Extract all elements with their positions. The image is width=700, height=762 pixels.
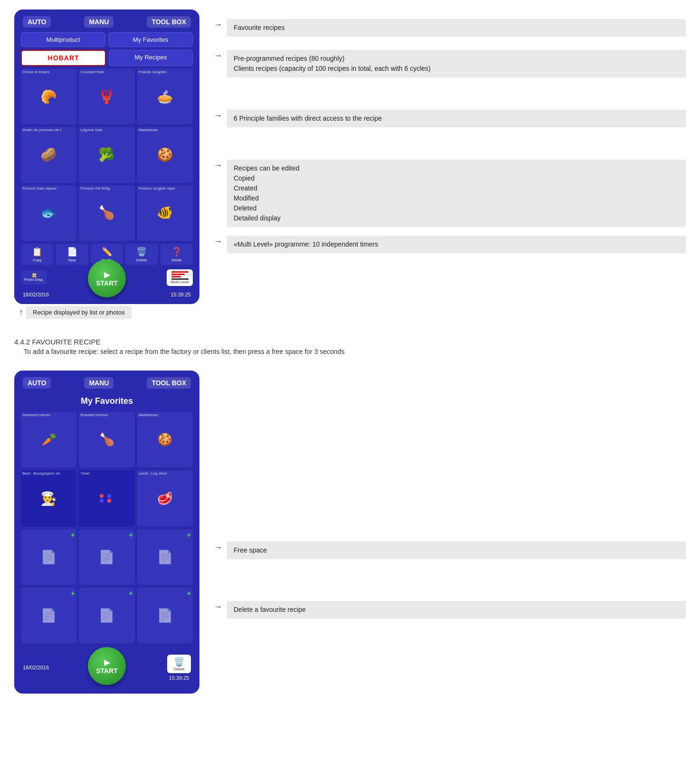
start-label-2: START — [96, 667, 118, 675]
annotation-row-3: → Recipes can be edited Copied Created M… — [214, 160, 686, 227]
arrow-icon-2: → — [214, 111, 222, 121]
header-auto-2[interactable]: AUTO — [23, 377, 51, 389]
recipe-cell-2[interactable]: Friands surgelés 🥧 — [137, 69, 193, 124]
header-auto[interactable]: AUTO — [23, 16, 51, 28]
annotation-row-0: → Favourite recipes — [214, 19, 686, 37]
recipe-grid-1: Choux et éclairs 🥐 Crustacé frais 🦞 Fria… — [19, 69, 195, 241]
fav-grid-row2: Beef : Bourguignon sh. 👨‍🍳 Timer Lamb : … — [19, 470, 195, 526]
delete-fav-label: Delete — [173, 667, 184, 671]
fav-cell-4[interactable]: Timer — [79, 470, 134, 526]
bottom-annotation-box-1: Delete a favourite recipe — [227, 601, 686, 619]
my-favorites-btn[interactable]: My Favorites — [108, 32, 193, 47]
recipe-cell-5[interactable]: Madeleines 🍪 — [137, 127, 193, 182]
recipe-label-6: Poisson frais vapeur — [22, 186, 57, 190]
free-space-0[interactable]: + 📄 — [21, 529, 76, 585]
annotation-box-0: Favourite recipes — [227, 19, 686, 37]
recipe-cell-7[interactable]: Poisson rôti 500g 🍗 — [79, 185, 134, 241]
multiproduct-btn[interactable]: Multiproduct — [21, 32, 105, 47]
copy-label: Copy — [33, 258, 42, 262]
free-space-5[interactable]: + 📄 — [137, 588, 193, 643]
header-toolbox-2[interactable]: TOOL BOX — [147, 377, 191, 389]
recipe-label-7: Poisson rôti 500g — [80, 186, 110, 190]
annotation-row-2: → 6 Principle families with direct acces… — [214, 110, 686, 127]
multilevel-label: Multi-Level — [170, 280, 189, 284]
annotation-box-1: Pre-programmed recipes (80 roughly) Clie… — [227, 50, 686, 77]
arrow-icon-3: → — [214, 161, 222, 171]
new-label: New — [68, 258, 76, 262]
arrow-icon-4: → — [214, 237, 222, 247]
bottom-annotation-row-0: → Free space — [214, 542, 686, 559]
phone-caption-area: ↑ Recipe displayed by list or photos — [14, 306, 132, 319]
free-space-row2: + 📄 + 📄 + 📄 — [19, 588, 195, 643]
btn-row-2: HOBART My Recipes — [19, 50, 195, 66]
detail-btn[interactable]: ❓ Detail — [161, 244, 193, 265]
phone-header-1: AUTO MANU TOOL BOX — [19, 14, 195, 29]
my-recipes-btn[interactable]: My Recipes — [109, 50, 193, 66]
recipe-cell-3[interactable]: Gratin de pommes de t. 🥔 — [21, 127, 76, 182]
free-space-4[interactable]: + 📄 — [79, 588, 134, 643]
fav-grid-row1: Steamed carrots 🥕 Roasted chicken 🍗 Made… — [19, 412, 195, 467]
plus-icon-1: + — [129, 531, 132, 539]
fav-cell-0[interactable]: Steamed carrots 🥕 — [21, 412, 76, 467]
top-section: AUTO MANU TOOL BOX Multiproduct My Favor… — [14, 10, 686, 319]
annotation-row-1: → Pre-programmed recipes (80 roughly) Cl… — [214, 50, 686, 77]
bottom-annotation-box-0: Free space — [227, 542, 686, 559]
recipe-cell-0[interactable]: Choux et éclairs 🥐 — [21, 69, 76, 124]
free-space-3[interactable]: + 📄 — [21, 588, 76, 643]
phone-date-1: 18/02/2016 — [23, 292, 49, 297]
start-btn-2[interactable]: ▶ START — [88, 647, 126, 685]
annotation-box-3: Recipes can be edited Copied Created Mod… — [227, 160, 686, 227]
plus-icon-4: + — [129, 590, 132, 597]
delete-fav-btn[interactable]: 🗑️ Delete — [167, 655, 191, 673]
recipe-label-8: Poisson surgelé vape. — [139, 186, 176, 190]
recipe-label-0: Choux et éclairs — [22, 70, 49, 74]
recipe-label-1: Crustacé frais — [80, 70, 104, 74]
free-space-row1: + 📄 + 📄 + 📄 — [19, 529, 195, 585]
phone-bottom-bar-1: 18/02/2016 ▶ START 15:39:25 — [19, 290, 195, 299]
free-space-2[interactable]: + 📄 — [137, 529, 193, 585]
header-manu-2[interactable]: MANU — [84, 377, 114, 389]
page-icon-3: 📄 — [40, 608, 57, 623]
multilevel-btn[interactable]: Multi-Level — [167, 269, 193, 286]
delete-label: Delete — [136, 258, 147, 262]
arrow-icon-0: → — [214, 20, 222, 30]
recipe-label-3: Gratin de pommes de t. — [22, 128, 62, 132]
phone-ui-1: AUTO MANU TOOL BOX Multiproduct My Favor… — [14, 10, 199, 304]
start-btn-1[interactable]: ▶ START — [88, 259, 126, 297]
phone-ui-2: AUTO MANU TOOL BOX My Favorites Steamed … — [14, 371, 199, 694]
recipe-cell-1[interactable]: Crustacé frais 🦞 — [79, 69, 134, 124]
header-manu[interactable]: MANU — [84, 16, 114, 28]
section-description: To add a favourite recipe: select a reci… — [14, 348, 686, 355]
phone-header-2: AUTO MANU TOOL BOX — [19, 375, 195, 391]
fav-cell-1[interactable]: Roasted chicken 🍗 — [79, 412, 134, 467]
free-space-1[interactable]: + 📄 — [79, 529, 134, 585]
page-icon-1: 📄 — [98, 549, 115, 565]
bottom-arrow-icon-0: → — [214, 543, 222, 552]
bottom-annotation-row-1: → Delete a favourite recipe — [214, 601, 686, 619]
start-label-1: START — [96, 279, 118, 287]
hobart-btn[interactable]: HOBART — [21, 50, 106, 66]
recipe-label-2: Friands surgelés — [139, 70, 167, 74]
photo-disp-btn[interactable]: 🖼️ Photo Disp. — [21, 270, 47, 285]
recipe-label-4: Légume frais — [80, 128, 102, 132]
copy-btn[interactable]: 📋 Copy — [21, 244, 53, 265]
delete-btn[interactable]: 🗑️ Delete — [125, 244, 158, 265]
phone-time-2: 15:39:25 — [169, 675, 189, 681]
page-icon-0: 📄 — [40, 549, 57, 565]
plus-icon-3: + — [71, 590, 75, 597]
delete-fav-icon: 🗑️ — [174, 657, 184, 667]
caption-arrow-icon: ↑ — [19, 307, 23, 317]
recipe-cell-6[interactable]: Poisson frais vapeur 🐟 — [21, 185, 76, 241]
header-toolbox[interactable]: TOOL BOX — [147, 16, 191, 28]
caption-box-1: Recipe displayed by list or photos — [26, 306, 132, 319]
recipe-cell-8[interactable]: Poisson surgelé vape. 🐠 — [137, 185, 193, 241]
section-heading: 4.4.2 FAVOURITE RECIPE — [14, 338, 686, 346]
fav-cell-3[interactable]: Beef : Bourguignon sh. 👨‍🍳 — [21, 470, 76, 526]
plus-icon-5: + — [187, 590, 191, 597]
page-icon-5: 📄 — [157, 608, 173, 623]
fav-cell-2[interactable]: Madeleines 🍪 — [137, 412, 193, 467]
detail-label: Detail — [172, 258, 181, 262]
recipe-cell-4[interactable]: Légume frais 🥦 — [79, 127, 134, 182]
new-btn[interactable]: 📄 New — [56, 244, 88, 265]
fav-cell-5[interactable]: Lamb : Leg short 🥩 — [137, 470, 193, 526]
